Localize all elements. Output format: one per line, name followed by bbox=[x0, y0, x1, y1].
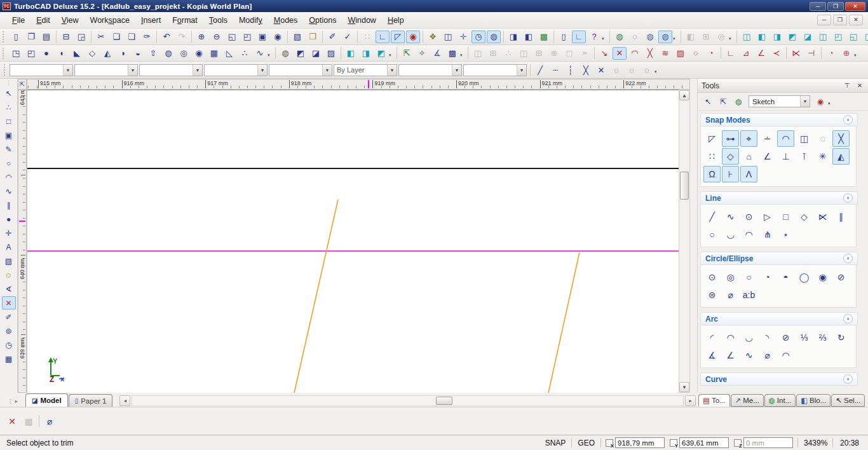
close-button[interactable]: ✕ bbox=[845, 2, 865, 11]
fixed-ratio-ellipse-icon[interactable]: a:b bbox=[740, 287, 757, 303]
grid-table-icon[interactable]: ▦ bbox=[2, 352, 16, 365]
sphere-3d-icon[interactable]: ● bbox=[2, 212, 16, 226]
rotated-box-icon[interactable]: ◰ bbox=[24, 47, 38, 60]
cone-icon[interactable]: ◒ bbox=[131, 47, 145, 60]
cut-icon[interactable]: ✂ bbox=[94, 31, 108, 43]
3d-polyline-icon[interactable]: ∴ bbox=[238, 47, 252, 60]
chevron-down-icon[interactable]: ▼ bbox=[800, 96, 810, 107]
tangent-to-line-circle-icon[interactable]: ◯ bbox=[796, 269, 813, 285]
chevron-up-icon[interactable]: » bbox=[843, 254, 853, 263]
paste-icon[interactable]: ❑ bbox=[125, 31, 139, 43]
apex-snap-icon[interactable]: Λ bbox=[740, 166, 757, 182]
inspector-style-icon[interactable]: ⌀ bbox=[42, 414, 57, 428]
open-workspace-icon[interactable]: ❖ bbox=[426, 31, 440, 43]
render-quality-icon[interactable]: ◍ bbox=[658, 31, 672, 43]
menu-window[interactable]: Window bbox=[342, 13, 381, 27]
undo-icon[interactable]: ↶ bbox=[159, 31, 173, 43]
branch-line-icon[interactable]: ⋆ bbox=[777, 226, 794, 243]
zoom-selection-icon[interactable]: ◉ bbox=[271, 31, 285, 43]
ucs-rotate-icon[interactable]: ✧ bbox=[415, 47, 429, 60]
view-iso-se-icon[interactable]: ◰ bbox=[831, 31, 845, 43]
tangent-snap-icon[interactable]: ◌ bbox=[640, 64, 654, 76]
shell-icon[interactable]: ◪ bbox=[309, 47, 323, 60]
minimize-button[interactable]: ─ bbox=[810, 2, 826, 11]
vertical-trace-icon[interactable]: ⊦ bbox=[722, 166, 739, 182]
measure-icon[interactable]: ◷ bbox=[2, 338, 16, 351]
polyline-icon[interactable]: ∿ bbox=[722, 208, 739, 225]
panel-close-icon[interactable]: ✕ bbox=[855, 82, 864, 89]
palette-tab-to[interactable]: ▤To... bbox=[698, 394, 730, 407]
walk-through-icon[interactable]: ✛ bbox=[456, 31, 470, 43]
copy-profile-icon[interactable]: ◨ bbox=[506, 31, 520, 43]
rotated-ellipse-icon[interactable]: ⌀ bbox=[722, 287, 739, 303]
magnetic-point-icon[interactable]: Ω bbox=[703, 166, 721, 182]
open-icon[interactable]: ❐ bbox=[24, 31, 38, 43]
doc-tab-paper1[interactable]: ▯Paper 1 bbox=[69, 394, 113, 407]
move-3d-icon[interactable]: ✛ bbox=[2, 226, 16, 240]
multi-trim-icon[interactable]: ≋ bbox=[658, 47, 672, 60]
chamfer-length-icon[interactable]: ≺ bbox=[770, 47, 783, 60]
concentric-circle-icon[interactable]: ◎ bbox=[722, 269, 739, 285]
z-coordinate-field[interactable] bbox=[743, 437, 793, 448]
cross-snap-icon[interactable]: ╳ bbox=[579, 64, 593, 76]
view-back-icon[interactable]: ◨ bbox=[770, 31, 784, 43]
helix-icon[interactable]: ◎ bbox=[177, 47, 191, 60]
tangent-to-arc-circle-icon[interactable]: ◓ bbox=[777, 269, 794, 285]
y-coordinate-field[interactable] bbox=[679, 437, 729, 448]
rectangle-icon[interactable]: □ bbox=[2, 114, 16, 128]
arc-center-snap-icon[interactable]: ◠ bbox=[777, 130, 794, 147]
property-combobox-1[interactable]: ▼ bbox=[10, 64, 73, 76]
box-icon[interactable]: ◳ bbox=[9, 47, 23, 60]
center-radius-arc-icon[interactable]: ◜ bbox=[703, 329, 721, 346]
render-hidden-line-icon[interactable]: ◍ bbox=[643, 31, 657, 43]
plane-icon[interactable]: ◺ bbox=[222, 47, 236, 60]
start-end-arc-icon[interactable]: ◡ bbox=[740, 329, 757, 346]
scroll-down-arrow[interactable]: ▼ bbox=[679, 382, 689, 392]
format-painter-icon[interactable]: ✑ bbox=[140, 31, 154, 43]
new-icon[interactable]: ▯ bbox=[9, 31, 23, 43]
two-point-circle-icon[interactable]: ○ bbox=[740, 269, 757, 285]
panel-splitter[interactable] bbox=[690, 79, 697, 407]
section-header[interactable]: Snap Modes» bbox=[700, 113, 858, 126]
circle-modify-icon[interactable]: ○ bbox=[689, 47, 703, 60]
render-icon[interactable]: ◍ bbox=[487, 31, 501, 43]
ellipse-icon[interactable]: ⊜ bbox=[703, 287, 721, 303]
sweep-icon[interactable]: ◧ bbox=[522, 31, 536, 43]
section-header[interactable]: Arc» bbox=[700, 312, 858, 325]
property-combobox-8[interactable]: ▼ bbox=[463, 64, 527, 76]
property-combobox-3[interactable]: ▼ bbox=[139, 64, 203, 76]
maximize-button[interactable]: ❐ bbox=[827, 2, 844, 11]
horizontal-ruler[interactable]: 915 mm916 mm917 mm918 mm919 mm920 mm921 … bbox=[27, 79, 690, 90]
cancel-icon[interactable]: ✕ bbox=[4, 414, 20, 428]
tangent-arc-icon[interactable]: ⊘ bbox=[777, 329, 794, 346]
palette-tab-blo[interactable]: ◧Blo... bbox=[796, 394, 831, 407]
tabs-grip[interactable]: ⋮ ▸ bbox=[0, 398, 25, 407]
menu-workspace[interactable]: Workspace bbox=[85, 13, 135, 27]
menu-edit[interactable]: Edit bbox=[31, 13, 56, 27]
chamfer-icon[interactable]: ⊿ bbox=[739, 47, 753, 60]
scroll-left-arrow[interactable]: ◂ bbox=[119, 395, 130, 406]
property-combobox-5[interactable]: ▼ bbox=[269, 64, 332, 76]
intersection-snap-icon[interactable]: ╳ bbox=[832, 130, 850, 147]
zoom-full-view-icon[interactable]: ▣ bbox=[255, 31, 269, 43]
select-tool-icon[interactable]: ↖ bbox=[701, 95, 715, 108]
property-combobox-4[interactable]: ▼ bbox=[204, 64, 268, 76]
boolean-intersect-icon[interactable]: ◩ bbox=[374, 47, 388, 60]
vertical-ruler[interactable]: 641 mm640 mm639 mm638 mm bbox=[18, 90, 27, 393]
sphere-icon[interactable]: ● bbox=[39, 47, 53, 60]
zoom-out-icon[interactable]: ⊖ bbox=[210, 31, 224, 43]
palette-color-button[interactable]: ◉ bbox=[813, 95, 827, 108]
picture-icon[interactable]: ▧ bbox=[2, 254, 16, 268]
property-combobox-2[interactable]: ▼ bbox=[74, 64, 138, 76]
ucs-axes-icon[interactable]: ⇱ bbox=[400, 47, 414, 60]
torus-icon[interactable]: ◉ bbox=[192, 47, 206, 60]
chevron-down-icon[interactable]: ▼ bbox=[322, 65, 332, 76]
select-icon[interactable]: ↖ bbox=[2, 86, 16, 100]
loft-icon[interactable]: ◩ bbox=[294, 47, 308, 60]
vertical-snap-icon[interactable]: ┆ bbox=[564, 64, 578, 76]
section-header[interactable]: Curve» bbox=[700, 372, 858, 386]
dimension-icon[interactable]: ∢ bbox=[2, 282, 16, 296]
chevron-down-icon[interactable]: ▼ bbox=[452, 65, 461, 76]
wireframe-box-icon[interactable]: ◫ bbox=[441, 31, 455, 43]
chevron-down-icon[interactable]: ▼ bbox=[128, 65, 137, 76]
